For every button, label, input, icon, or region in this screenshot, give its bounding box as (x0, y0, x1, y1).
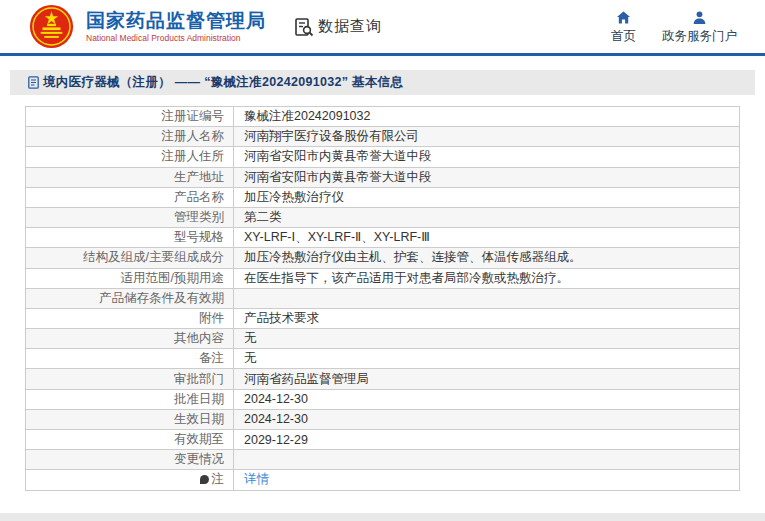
nav-portal-label: 政务服务门户 (662, 28, 737, 45)
row-label: 批准日期 (26, 389, 234, 409)
table-row: 附件产品技术要求 (26, 308, 740, 328)
row-value: 无 (234, 329, 740, 349)
home-icon (616, 10, 631, 25)
table-row: 其他内容无 (26, 329, 740, 349)
row-value: 2024-12-30 (234, 409, 740, 429)
document-icon (28, 76, 39, 89)
table-row: 批准日期2024-12-30 (26, 389, 740, 409)
row-label: 附件 (26, 308, 234, 328)
org-title-block: 国家药品监督管理局 National Medical Products Admi… (86, 10, 266, 44)
table-row: 注详情 (26, 470, 740, 490)
org-name-en: National Medical Products Administration (86, 32, 266, 44)
row-label: 备注 (26, 349, 234, 369)
row-value: 河南省安阳市内黄县帝誉大道中段 (234, 147, 740, 167)
table-row: 型号规格XY-LRF-Ⅰ、XY-LRF-Ⅱ、XY-LRF-Ⅲ (26, 228, 740, 248)
row-value: 加压冷热敷治疗仪由主机、护套、连接管、体温传感器组成。 (234, 248, 740, 268)
row-label: 其他内容 (26, 329, 234, 349)
row-label: 注册人名称 (26, 127, 234, 147)
table-row: 生产地址河南省安阳市内黄县帝誉大道中段 (26, 167, 740, 187)
row-label: 结构及组成/主要组成成分 (26, 248, 234, 268)
table-row: 产品储存条件及有效期 (26, 288, 740, 308)
table-row: 适用范围/预期用途在医生指导下，该产品适用于对患者局部冷敷或热敷治疗。 (26, 268, 740, 288)
footer-strip (0, 513, 765, 521)
nav-portal[interactable]: 政务服务门户 (662, 10, 737, 45)
row-value: 加压冷热敷治疗仪 (234, 187, 740, 207)
table-row: 注册人名称河南翔宇医疗设备股份有限公司 (26, 127, 740, 147)
row-label: 适用范围/预期用途 (26, 268, 234, 288)
table-row: 产品名称加压冷热敷治疗仪 (26, 187, 740, 207)
row-value: 豫械注准20242091032 (234, 107, 740, 127)
row-value: 2024-12-30 (234, 389, 740, 409)
table-row: 注册证编号豫械注准20242091032 (26, 107, 740, 127)
row-label: 有效期至 (26, 430, 234, 450)
header: 国家药品监督管理局 National Medical Products Admi… (0, 0, 765, 56)
row-value: 产品技术要求 (234, 308, 740, 328)
row-label: 型号规格 (26, 228, 234, 248)
info-table-body: 注册证编号豫械注准20242091032注册人名称河南翔宇医疗设备股份有限公司注… (26, 107, 740, 491)
data-query-label: 数据查询 (318, 17, 382, 36)
row-value (234, 288, 740, 308)
table-row: 注册人住所河南省安阳市内黄县帝誉大道中段 (26, 147, 740, 167)
table-row: 审批部门河南省药品监督管理局 (26, 369, 740, 389)
detail-link[interactable]: 详情 (244, 472, 269, 486)
row-value: 在医生指导下，该产品适用于对患者局部冷敷或热敷治疗。 (234, 268, 740, 288)
table-row: 有效期至2029-12-29 (26, 430, 740, 450)
table-row: 备注无 (26, 349, 740, 369)
row-value: 详情 (234, 470, 740, 490)
user-icon (692, 10, 707, 25)
row-label: 审批部门 (26, 369, 234, 389)
table-row: 变更情况 (26, 450, 740, 470)
row-label: 注册证编号 (26, 107, 234, 127)
row-label: 产品名称 (26, 187, 234, 207)
national-emblem-logo (29, 4, 74, 49)
row-value: 第二类 (234, 207, 740, 227)
row-label: 生产地址 (26, 167, 234, 187)
nav-home[interactable]: 首页 (611, 10, 636, 45)
table-row: 管理类别第二类 (26, 207, 740, 227)
row-value: 河南省药品监督管理局 (234, 369, 740, 389)
row-value (234, 450, 740, 470)
document-search-icon (294, 17, 314, 37)
row-label: 管理类别 (26, 207, 234, 227)
data-query-nav[interactable]: 数据查询 (294, 17, 382, 37)
row-label: 注 (26, 470, 234, 490)
row-label: 产品储存条件及有效期 (26, 288, 234, 308)
row-value: 2029-12-29 (234, 430, 740, 450)
row-value: 河南省安阳市内黄县帝誉大道中段 (234, 167, 740, 187)
table-row: 结构及组成/主要组成成分加压冷热敷治疗仪由主机、护套、连接管、体温传感器组成。 (26, 248, 740, 268)
row-label: 生效日期 (26, 409, 234, 429)
nav-home-label: 首页 (611, 28, 636, 45)
page-title: 境内医疗器械（注册） —— “豫械注准20242091032” 基本信息 (43, 74, 403, 91)
row-value: XY-LRF-Ⅰ、XY-LRF-Ⅱ、XY-LRF-Ⅲ (234, 228, 740, 248)
balloon-icon (200, 475, 209, 484)
table-row: 生效日期2024-12-30 (26, 409, 740, 429)
row-label: 注册人住所 (26, 147, 234, 167)
breadcrumb: 境内医疗器械（注册） —— “豫械注准20242091032” 基本信息 (10, 70, 755, 95)
row-value: 河南翔宇医疗设备股份有限公司 (234, 127, 740, 147)
org-name-cn: 国家药品监督管理局 (86, 10, 266, 32)
header-right-nav: 首页 政务服务门户 (611, 10, 737, 45)
registration-info-table: 注册证编号豫械注准20242091032注册人名称河南翔宇医疗设备股份有限公司注… (25, 106, 740, 491)
row-label: 变更情况 (26, 450, 234, 470)
row-value: 无 (234, 349, 740, 369)
